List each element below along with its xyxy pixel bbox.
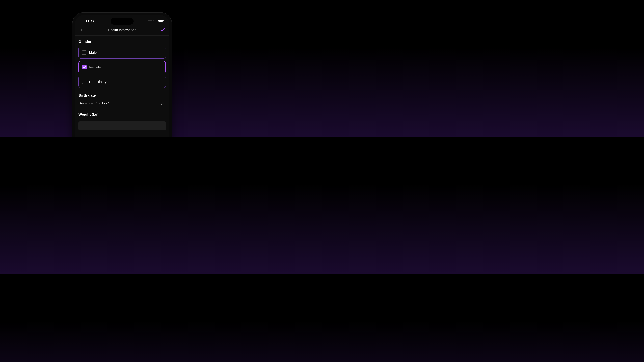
checkbox-checked-icon	[82, 65, 86, 69]
check-icon	[83, 66, 86, 69]
phone-side-button	[72, 44, 72, 50]
edit-birthdate-button[interactable]	[160, 100, 166, 106]
weight-input[interactable]	[78, 121, 166, 130]
birthdate-row: December 10, 1994	[78, 100, 166, 106]
gender-option-label: Male	[89, 51, 97, 55]
gender-option-female[interactable]: Female	[78, 61, 166, 73]
dynamic-island	[110, 18, 134, 25]
nav-bar: Health information	[75, 25, 170, 35]
close-button[interactable]	[78, 27, 84, 33]
birthdate-value: December 10, 1994	[78, 101, 109, 105]
confirm-button[interactable]	[160, 27, 166, 33]
phone-volume-down-button	[72, 69, 72, 81]
close-icon	[79, 28, 84, 32]
wifi-icon	[153, 19, 157, 22]
gender-option-label: Non-Binary	[89, 80, 107, 84]
gender-option-nonbinary[interactable]: Non-Binary	[78, 76, 166, 88]
birthdate-section: Birth date December 10, 1994	[78, 93, 166, 106]
phone-volume-up-button	[72, 54, 72, 66]
content: Gender Male Female Non-Binary Birth date	[75, 35, 170, 134]
cellular-icon	[148, 20, 152, 21]
pencil-icon	[160, 101, 165, 106]
check-icon	[160, 27, 165, 32]
screen: 11:57 Health info	[75, 15, 170, 137]
status-icons	[148, 19, 164, 22]
checkbox-unchecked-icon	[82, 80, 86, 84]
weight-section: Weight (kg)	[78, 112, 166, 130]
phone-power-button	[172, 59, 172, 78]
gender-option-male[interactable]: Male	[78, 46, 166, 59]
gender-section-label: Gender	[78, 39, 166, 44]
checkbox-unchecked-icon	[82, 50, 86, 55]
status-time: 11:57	[80, 19, 94, 23]
page-title: Health information	[108, 28, 136, 32]
phone-frame: 11:57 Health info	[72, 12, 172, 137]
birthdate-section-label: Birth date	[78, 93, 166, 97]
battery-icon	[158, 19, 163, 22]
gender-option-label: Female	[89, 65, 101, 69]
weight-section-label: Weight (kg)	[78, 112, 166, 117]
